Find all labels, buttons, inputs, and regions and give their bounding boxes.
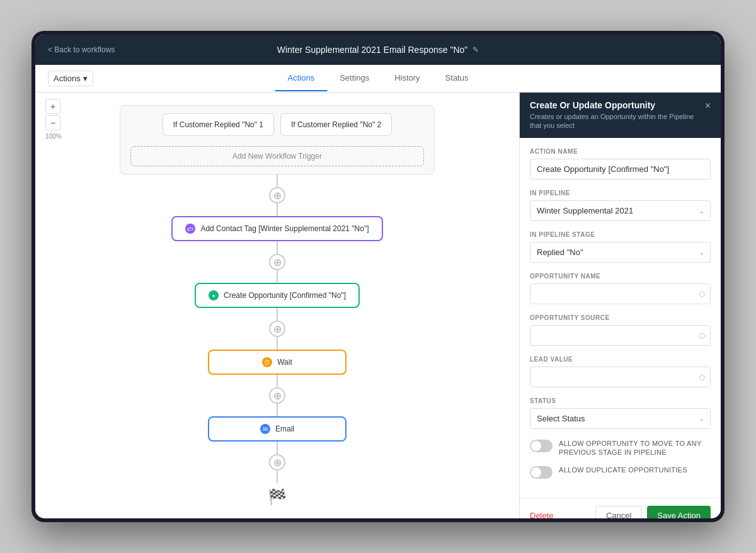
- panel-title: Create Or Update Opportunity: [530, 100, 700, 110]
- app-header: < Back to workflows Winter Supplemental …: [35, 35, 721, 65]
- tabs-bar: Actions ▾ Actions Settings History Statu…: [35, 65, 721, 93]
- panel-body: ACTION NAME IN PIPELINE Winter Supplemen…: [520, 138, 721, 498]
- lead-value-group: LEAD VALUE ◇: [530, 356, 711, 387]
- pipeline-stage-group: IN PIPELINE STAGE Replied "No": [530, 231, 711, 263]
- connector-line-5: [277, 308, 278, 321]
- opportunity-node[interactable]: ● Create Opportunity [Confirmed "No"]: [195, 283, 360, 308]
- actions-dropdown[interactable]: Actions ▾: [48, 71, 93, 86]
- action-name-input[interactable]: [530, 159, 711, 180]
- opportunity-source-input-wrapper: ◇: [530, 325, 711, 346]
- right-panel: Create Or Update Opportunity Creates or …: [519, 93, 721, 518]
- connector-line-9: [277, 442, 278, 454]
- wait-icon: ⏱: [262, 357, 272, 367]
- lead-value-input[interactable]: [530, 367, 711, 387]
- opportunity-source-icon: ◇: [699, 330, 706, 340]
- add-node-2[interactable]: ⊕: [269, 254, 285, 270]
- in-pipeline-label: IN PIPELINE: [530, 190, 711, 197]
- lead-value-label: LEAD VALUE: [530, 356, 711, 363]
- action-name-group: ACTION NAME: [530, 148, 711, 180]
- panel-header-content: Create Or Update Opportunity Creates or …: [530, 100, 700, 130]
- pipeline-stage-label: IN PIPELINE STAGE: [530, 231, 711, 238]
- connector-line-8: [277, 404, 278, 416]
- opportunity-name-label: OPPORTUNITY NAME: [530, 273, 711, 280]
- panel-subtitle: Creates or updates an Opportunity within…: [530, 112, 700, 130]
- status-select[interactable]: Select Status: [530, 408, 711, 429]
- connector-line-3: [277, 241, 278, 254]
- allow-move-label: ALLOW OPPORTUNITY TO MOVE TO ANY PREVIOU…: [559, 439, 711, 457]
- status-group: STATUS Select Status: [530, 397, 711, 429]
- allow-duplicate-toggle[interactable]: [530, 466, 553, 479]
- footer-right: Cancel Save Action: [595, 506, 711, 518]
- lead-value-input-wrapper: ◇: [530, 367, 711, 387]
- connector-line-6: [277, 337, 278, 350]
- main-content: + − 100% If Customer Replied "No" 1 If C…: [35, 93, 721, 518]
- dropdown-icon: ▾: [83, 74, 88, 83]
- plus-icon-1: ⊕: [273, 190, 282, 202]
- connector-line-4: [277, 270, 278, 283]
- trigger-1[interactable]: If Customer Replied "No" 1: [163, 113, 274, 136]
- trigger-container: If Customer Replied "No" 1 If Customer R…: [120, 105, 435, 174]
- wait-node[interactable]: ⏱ Wait: [208, 350, 346, 375]
- add-node-5[interactable]: ⊕: [269, 454, 285, 470]
- opportunity-source-label: OPPORTUNITY SOURCE: [530, 314, 711, 321]
- add-trigger-button[interactable]: Add New Workflow Trigger: [130, 146, 424, 166]
- panel-footer: Delete Cancel Save Action: [520, 498, 721, 518]
- plus-icon-3: ⊕: [273, 323, 282, 335]
- tag-icon: 🏷: [185, 224, 195, 234]
- status-label: STATUS: [530, 397, 711, 404]
- header-title: Winter Supplemental 2021 Email Response …: [277, 45, 479, 55]
- finish-flag: 🏁: [268, 488, 287, 506]
- email-icon: ✉: [260, 424, 270, 434]
- trigger-2[interactable]: If Customer Replied "No" 2: [280, 113, 392, 136]
- plus-icon-5: ⊕: [273, 457, 282, 469]
- tab-history[interactable]: History: [382, 66, 432, 91]
- wait-label: Wait: [277, 358, 292, 367]
- save-action-button[interactable]: Save Action: [647, 506, 711, 518]
- cancel-button[interactable]: Cancel: [595, 506, 642, 518]
- opportunity-name-input-wrapper: ◇: [530, 283, 711, 304]
- connector-line-7: [277, 375, 278, 387]
- delete-button[interactable]: Delete: [530, 511, 554, 518]
- opportunity-name-group: OPPORTUNITY NAME ◇: [530, 273, 711, 304]
- allow-move-toggle[interactable]: [530, 440, 553, 452]
- tag-label: Add Contact Tag [Winter Supplemental 202…: [200, 224, 369, 233]
- email-node[interactable]: ✉ Email: [208, 416, 346, 442]
- zoom-in-button[interactable]: +: [45, 99, 60, 114]
- pipeline-stage-select-wrapper: Replied "No": [530, 242, 711, 263]
- opportunity-source-group: OPPORTUNITY SOURCE ◇: [530, 314, 711, 346]
- zoom-controls: + − 100%: [45, 99, 62, 140]
- tag-node[interactable]: 🏷 Add Contact Tag [Winter Supplemental 2…: [171, 216, 382, 241]
- zoom-out-button[interactable]: −: [45, 115, 60, 130]
- tab-settings[interactable]: Settings: [327, 66, 382, 91]
- workflow-flow: If Customer Replied "No" 1 If Customer R…: [35, 93, 519, 518]
- tab-actions[interactable]: Actions: [275, 66, 328, 91]
- panel-header: Create Or Update Opportunity Creates or …: [520, 93, 721, 138]
- add-node-3[interactable]: ⊕: [269, 321, 285, 337]
- opportunity-source-input[interactable]: [530, 325, 711, 346]
- add-node-4[interactable]: ⊕: [269, 387, 285, 404]
- workflow-title: Winter Supplemental 2021 Email Response …: [277, 45, 468, 55]
- allow-move-toggle-row: ALLOW OPPORTUNITY TO MOVE TO ANY PREVIOU…: [530, 439, 711, 457]
- plus-icon-2: ⊕: [273, 256, 282, 268]
- back-link[interactable]: < Back to workflows: [48, 45, 115, 54]
- tab-status[interactable]: Status: [433, 66, 481, 91]
- opportunity-icon: ●: [209, 290, 219, 300]
- actions-label: Actions: [54, 74, 81, 83]
- lead-value-icon: ◇: [699, 372, 706, 382]
- add-node-1[interactable]: ⊕: [269, 187, 285, 203]
- connector-line-10: [277, 470, 278, 483]
- panel-close-button[interactable]: ×: [705, 100, 711, 111]
- status-select-wrapper: Select Status: [530, 408, 711, 429]
- zoom-level: 100%: [45, 133, 62, 140]
- in-pipeline-select-wrapper: Winter Supplemental 2021: [530, 200, 711, 221]
- in-pipeline-select[interactable]: Winter Supplemental 2021: [530, 200, 711, 221]
- allow-duplicate-toggle-row: ALLOW DUPLICATE OPPORTUNITIES: [530, 465, 711, 479]
- opportunity-name-input[interactable]: [530, 283, 711, 304]
- edit-icon[interactable]: ✎: [472, 45, 479, 54]
- connector-line-1: [277, 174, 278, 187]
- pipeline-stage-select[interactable]: Replied "No": [530, 242, 711, 263]
- allow-duplicate-label: ALLOW DUPLICATE OPPORTUNITIES: [559, 465, 687, 474]
- action-name-label: ACTION NAME: [530, 148, 711, 155]
- opportunity-label: Create Opportunity [Confirmed "No"]: [224, 291, 346, 300]
- workflow-canvas: + − 100% If Customer Replied "No" 1 If C…: [35, 93, 519, 518]
